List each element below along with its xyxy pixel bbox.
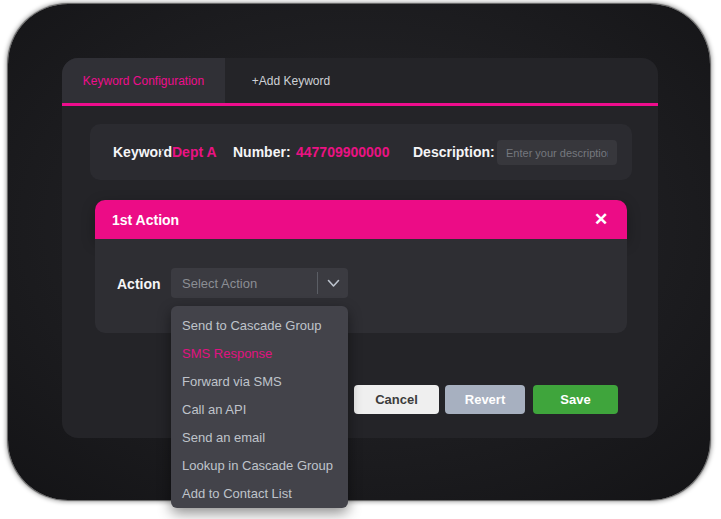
keyword-value: Dept A [172, 144, 217, 160]
action-select[interactable]: Select Action [171, 268, 348, 298]
dropdown-item-lookup-in-cascade-group[interactable]: Lookup in Cascade Group [171, 452, 348, 480]
dropdown-item-sms-response[interactable]: SMS Response [171, 340, 348, 368]
description-label: Description: [413, 144, 495, 160]
tab-add-keyword-label: +Add Keyword [252, 74, 330, 88]
dropdown-item-forward-via-sms[interactable]: Forward via SMS [171, 368, 348, 396]
action-label: Action [117, 276, 161, 292]
close-icon[interactable]: ✕ [585, 200, 617, 239]
keyword-colon: : [159, 144, 164, 160]
dropdown-item-call-an-api[interactable]: Call an API [171, 396, 348, 424]
chevron-down-icon[interactable] [318, 268, 348, 298]
action-modal-header: 1st Action ✕ [95, 200, 627, 239]
keyword-summary-bar: Keyword : Dept A Number: 447709900000 De… [90, 124, 632, 180]
dropdown-item-send-an-email[interactable]: Send an email [171, 424, 348, 452]
revert-button[interactable]: Revert [445, 385, 525, 414]
action-dropdown-menu: Send to Cascade Group SMS Response Forwa… [171, 306, 348, 508]
tab-add-keyword[interactable]: +Add Keyword [225, 58, 357, 103]
modal-title: 1st Action [95, 212, 179, 228]
tab-accent-underline [62, 103, 658, 106]
cancel-button[interactable]: Cancel [354, 385, 439, 414]
number-value: 447709900000 [296, 144, 389, 160]
number-label: Number: [233, 144, 291, 160]
dropdown-item-add-to-contact-list[interactable]: Add to Contact List [171, 480, 348, 508]
save-button[interactable]: Save [533, 385, 618, 414]
page: Keyword Configuration +Add Keyword Keywo… [0, 0, 721, 519]
tab-keyword-configuration-label: Keyword Configuration [83, 74, 204, 88]
dropdown-item-send-to-cascade-group[interactable]: Send to Cascade Group [171, 312, 348, 340]
description-input[interactable] [497, 140, 617, 165]
action-select-value: Select Action [171, 276, 317, 291]
tab-keyword-configuration[interactable]: Keyword Configuration [62, 58, 225, 103]
